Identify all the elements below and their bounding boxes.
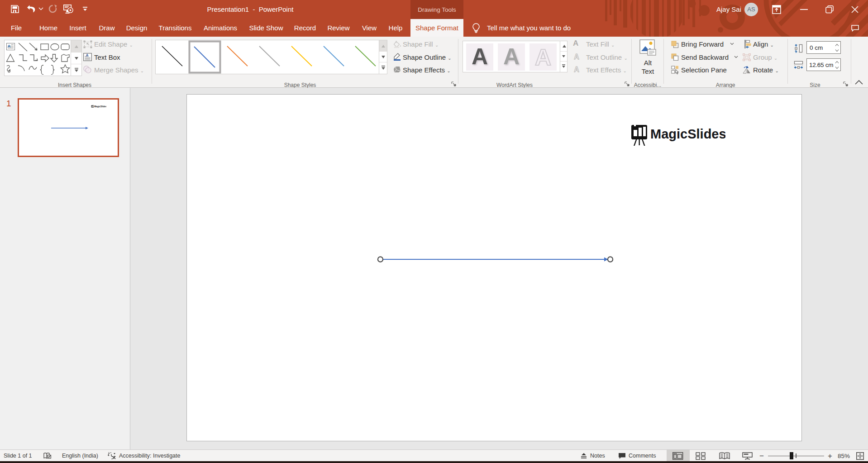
svg-text:MagicSlides: MagicSlides (650, 127, 725, 141)
svg-text:A: A (86, 53, 89, 57)
svg-text:A: A (574, 53, 579, 60)
svg-text:MagicSlides: MagicSlides (94, 105, 106, 108)
svg-text:A: A (574, 66, 579, 73)
svg-text:A: A (8, 43, 11, 48)
svg-text:A: A (535, 45, 551, 70)
